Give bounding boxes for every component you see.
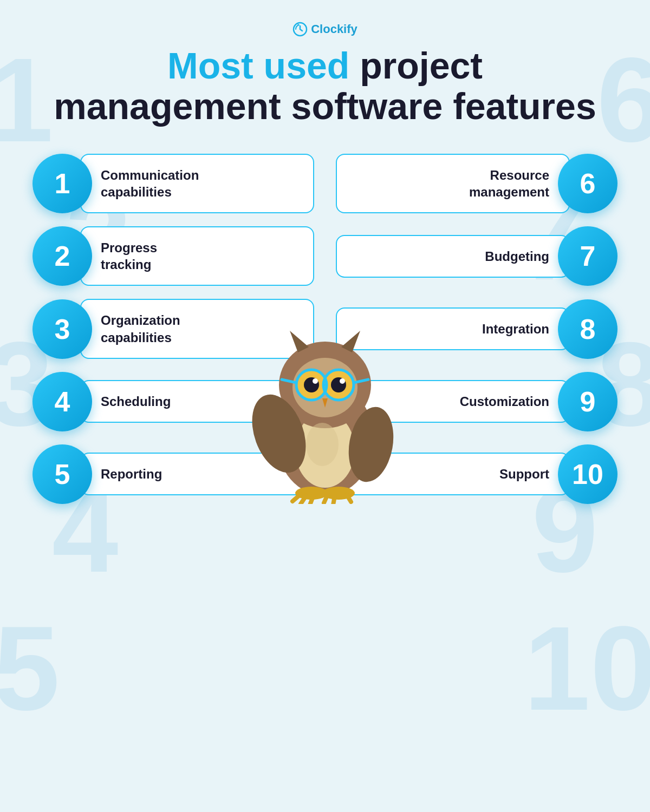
svg-point-29 [306,423,339,466]
badge-6: 6 [558,154,618,213]
badge-8: 8 [558,299,618,359]
badge-3: 3 [32,299,92,359]
page-container: Clockify Most used project management so… [0,0,650,526]
owl-svg [238,277,412,504]
badge-9: 9 [558,372,618,431]
label-7: Budgeting [336,235,570,278]
owl-mascot [238,277,412,504]
logo-text: Clockify [311,22,358,36]
features-section: 1 Communicationcapabilities 6 Resourcema… [32,154,618,504]
label-1: Communicationcapabilities [80,154,314,213]
badge-7: 7 [558,226,618,286]
badge-1: 1 [32,154,92,213]
title-highlight: Most used [167,45,349,86]
svg-line-23 [292,494,301,501]
svg-line-27 [333,496,335,504]
header: Clockify Most used project management so… [32,22,618,127]
feature-left-1: 1 Communicationcapabilities [32,154,314,213]
label-6: Resourcemanagement [336,154,570,213]
badge-2: 2 [32,226,92,286]
clockify-logo-icon [292,22,308,37]
svg-point-17 [340,378,345,384]
badge-4: 4 [32,372,92,431]
main-title: Most used project management software fe… [32,45,618,127]
feature-right-6: 6 Resourcemanagement [336,154,618,213]
svg-point-16 [313,378,318,384]
badge-5: 5 [32,444,92,504]
badge-10: 10 [558,444,618,504]
logo: Clockify [32,22,618,37]
